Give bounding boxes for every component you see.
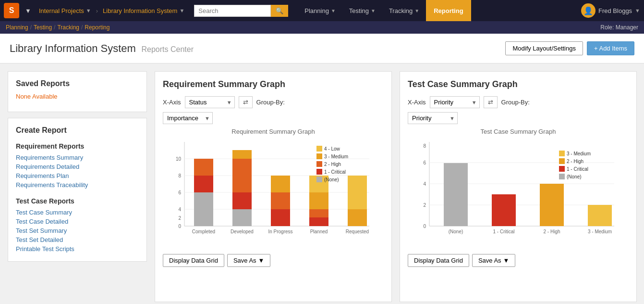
breadcrumb-tracking[interactable]: Tracking (57, 24, 79, 31)
svg-text:8: 8 (423, 143, 426, 149)
svg-text:2 - High: 2 - High (543, 229, 560, 234)
user-menu[interactable]: 👤 Fred Bloggs ▼ (581, 3, 640, 18)
sep3: / (81, 24, 83, 31)
svg-rect-41 (316, 177, 322, 182)
ts-scripts-link[interactable]: Printable Test Scripts (16, 244, 139, 253)
req-graph-title: Requirement Summary Graph (163, 79, 384, 89)
tracking-arrow: ▼ (414, 8, 419, 13)
req-chart-container: Requirement Summary Graph 0 2 4 6 8 (163, 128, 384, 249)
tc-groupby-label: Group-By: (501, 99, 530, 106)
search-button[interactable]: 🔍 (271, 5, 288, 17)
req-traceability-link[interactable]: Requirements Traceability (16, 180, 139, 190)
svg-rect-13 (194, 176, 213, 192)
graphs-row: Requirement Summary Graph X-Axis Status … (155, 71, 637, 302)
nav-tracking[interactable]: Tracking ▼ (382, 0, 426, 21)
svg-rect-17 (232, 192, 252, 209)
req-save-as-button[interactable]: Save As ▼ (227, 254, 271, 267)
svg-rect-37 (316, 161, 322, 167)
tc-chart-svg: 0 2 4 6 8 (None) 1 - Critical (408, 137, 629, 248)
req-xaxis-select[interactable]: Status Priority Importance (185, 96, 235, 108)
breadcrumb-planning[interactable]: Planning (6, 24, 28, 31)
svg-text:1 - Critical: 1 - Critical (493, 229, 514, 234)
breadcrumb-reporting[interactable]: Reporting (85, 24, 109, 31)
saved-reports-card: Saved Reports None Available (8, 71, 147, 112)
req-second-row: Importance Priority Status ▼ (163, 112, 384, 124)
tc-xaxis-select[interactable]: Priority Status Importance (430, 96, 480, 108)
req-graph-actions: Display Data Grid Save As ▼ (163, 254, 384, 267)
svg-rect-63 (559, 158, 565, 164)
tc-groupby-select-wrapper: Priority Status Importance ▼ (408, 112, 458, 124)
nav-testing[interactable]: Testing ▼ (342, 0, 382, 21)
svg-text:6: 6 (178, 190, 181, 195)
svg-rect-33 (316, 146, 322, 152)
req-summary-link[interactable]: Requirements Summary (16, 153, 139, 162)
modify-layout-button[interactable]: Modify Layout/Settings (505, 41, 583, 55)
tc-filter-button[interactable]: ⇄ (484, 96, 498, 108)
tc-detailed-link[interactable]: Test Case Detailed (16, 217, 139, 226)
svg-text:8: 8 (178, 173, 181, 178)
breadcrumb: Planning / Testing / Tracking / Reportin… (0, 21, 644, 34)
saved-reports-title: Saved Reports (16, 79, 139, 88)
tc-display-grid-button[interactable]: Display Data Grid (408, 254, 469, 267)
svg-rect-65 (559, 166, 565, 172)
req-chart-label: Requirement Summary Graph (163, 128, 384, 135)
req-groupby-select-wrapper: Importance Priority Status ▼ (163, 112, 213, 124)
svg-text:0: 0 (178, 224, 181, 229)
svg-rect-27 (309, 192, 328, 209)
req-plan-link[interactable]: Requirements Plan (16, 171, 139, 180)
req-filter-button[interactable]: ⇄ (239, 96, 253, 108)
breadcrumb-testing[interactable]: Testing (34, 24, 52, 31)
svg-text:4 - Low: 4 - Low (324, 146, 340, 152)
sidebar: Saved Reports None Available Create Repo… (8, 71, 147, 302)
nav-right: 👤 Fred Bloggs ▼ (581, 3, 640, 18)
req-groupby-select[interactable]: Importance Priority Status (163, 112, 213, 124)
svg-text:4: 4 (423, 181, 426, 187)
svg-text:Completed: Completed (192, 229, 215, 234)
nav-links: Planning ▼ Testing ▼ Tracking ▼ (298, 0, 426, 21)
svg-text:2 - High: 2 - High (567, 159, 583, 164)
project-dropdown[interactable]: Library Information System ▼ (99, 7, 188, 14)
role-label: Role: Manager (600, 24, 638, 31)
req-xaxis-label: X-Axis (163, 99, 181, 106)
svg-rect-53 (444, 163, 468, 226)
req-graph-controls: X-Axis Status Priority Importance ▼ ⇄ Gr… (163, 96, 384, 108)
page-subtitle: Reports Center (142, 45, 194, 53)
svg-text:In Progress: In Progress (268, 229, 292, 234)
header-actions: Modify Layout/Settings + Add Items (505, 41, 634, 55)
req-reports-title: Requirement Reports (16, 142, 139, 150)
svg-text:0: 0 (423, 224, 426, 229)
ts-summary-link[interactable]: Test Set Summary (16, 226, 139, 235)
svg-rect-18 (232, 159, 252, 192)
svg-text:4: 4 (178, 207, 181, 212)
logo-dropdown[interactable]: ▼ (21, 7, 35, 14)
sep1: / (30, 24, 32, 31)
svg-text:6: 6 (423, 160, 426, 165)
svg-text:Developed: Developed (231, 229, 254, 234)
tc-save-as-button[interactable]: Save As ▼ (472, 254, 516, 267)
tc-groupby-select[interactable]: Priority Status Importance (408, 112, 458, 124)
app-logo[interactable]: S (4, 3, 19, 18)
search-input[interactable] (194, 5, 271, 17)
svg-text:2: 2 (178, 215, 181, 221)
nav-reporting[interactable]: Reporting (426, 0, 471, 21)
svg-text:2 - High: 2 - High (324, 162, 341, 167)
create-report-card: Create Report Requirement Reports Requir… (8, 118, 147, 262)
req-detailed-link[interactable]: Requirements Detailed (16, 162, 139, 171)
svg-text:1 - Critical: 1 - Critical (567, 166, 588, 172)
req-display-grid-button[interactable]: Display Data Grid (163, 254, 224, 267)
ts-detailed-link[interactable]: Test Set Detailed (16, 235, 139, 244)
page-title: Library Information System (10, 42, 136, 54)
svg-rect-35 (316, 153, 322, 159)
svg-text:3 - Medium: 3 - Medium (588, 229, 612, 234)
svg-rect-19 (232, 150, 252, 159)
add-items-button[interactable]: + Add Items (587, 41, 634, 55)
svg-rect-21 (271, 209, 290, 226)
tc-summary-link[interactable]: Test Case Summary (16, 208, 139, 217)
nav-planning[interactable]: Planning ▼ (298, 0, 342, 21)
sep2: / (54, 24, 55, 31)
save-as-arrow: ▼ (258, 257, 265, 264)
projects-dropdown[interactable]: Internal Projects ▼ (35, 7, 95, 14)
svg-text:(None): (None) (324, 177, 339, 182)
page-title-group: Library Information System Reports Cente… (10, 42, 194, 55)
top-navigation: S ▼ Internal Projects ▼ › Library Inform… (0, 0, 644, 21)
